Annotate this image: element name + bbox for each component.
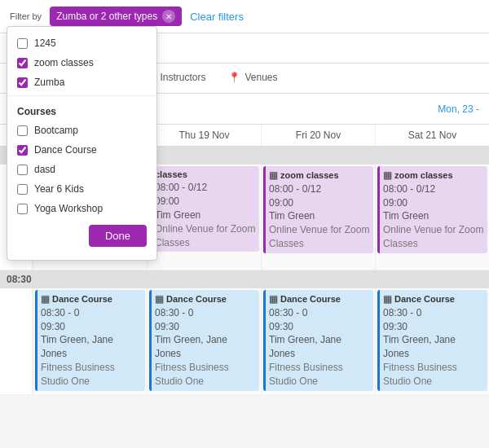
event-time: 08:30 - 0: [383, 306, 484, 320]
dropdown-label-year6kids: Year 6 Kids: [34, 183, 84, 195]
event-sat-0800-zoom[interactable]: ▦ zoom classes 08:00 - 0/12 09:00 Tim Gr…: [377, 166, 487, 253]
event-time2: 09:30: [383, 320, 484, 334]
day-cell-wed-0830: ▦ Dance Course 08:30 - 0 09:30 Tim Green…: [33, 288, 147, 395]
time-row-0830: ▦ Dance Course 08:30 - 0 09:30 Tim Green…: [0, 288, 489, 395]
clear-filters-link[interactable]: Clear filters: [190, 11, 244, 23]
event-title: Dance Course: [52, 293, 112, 305]
dropdown-label-dasd: dasd: [34, 164, 55, 175]
dance-icon: ▦: [269, 292, 278, 306]
event-venue: Online Venue for Zoom Classes: [269, 223, 370, 251]
checkbox-dance-course[interactable]: [17, 145, 28, 156]
courses-section-title: Courses: [7, 99, 156, 121]
checkbox-bootcamp[interactable]: [17, 125, 28, 136]
event-title: zoom classes: [280, 169, 339, 182]
checkbox-yoga-workshop[interactable]: [17, 204, 28, 214]
event-title: classes: [155, 169, 256, 181]
dropdown-label-zumba: Zumba: [34, 77, 64, 88]
event-thu-0830-dance[interactable]: ▦ Dance Course 08:30 - 0 09:30 Tim Green…: [149, 290, 259, 391]
day-cell-sat-0830: ▦ Dance Course 08:30 - 0 09:30 Tim Green…: [375, 288, 489, 395]
event-time: 08:00 - 0/12: [383, 182, 484, 196]
event-venue: Fitness Business Studio One: [41, 361, 142, 389]
mon-link[interactable]: Mon, 23 -: [438, 103, 479, 115]
event-instructor: Tim Green, Jane Jones: [155, 333, 256, 361]
day-cells-0830: ▦ Dance Course 08:30 - 0 09:30 Tim Green…: [33, 288, 489, 395]
dance-icon: ▦: [41, 292, 50, 306]
event-time: 08:30 - 0: [155, 306, 256, 320]
event-venue: Online Venue for Zoom Classes: [155, 222, 256, 250]
filter-badge[interactable]: Zumba or 2 other types ✕: [50, 7, 182, 26]
event-time2: 09:30: [269, 320, 370, 334]
event-time2: 09:00: [383, 196, 484, 210]
event-title: zoom classes: [394, 169, 453, 182]
day-cell-sat-0800: ▦ zoom classes 08:00 - 0/12 09:00 Tim Gr…: [375, 165, 489, 270]
checkbox-zumba[interactable]: [17, 77, 28, 88]
event-instructor: Tim Green: [269, 209, 370, 223]
instructors-tab-label: Instructors: [160, 72, 205, 83]
filter-badge-text: Zumba or 2 other types: [56, 11, 157, 22]
zoom-icon: ▦: [269, 169, 278, 182]
time-label-0830: [0, 288, 33, 395]
dropdown-item-dasd[interactable]: dasd: [7, 160, 156, 179]
event-wed-0830-dance[interactable]: ▦ Dance Course 08:30 - 0 09:30 Tim Green…: [35, 290, 145, 391]
event-time2: 09:30: [155, 320, 256, 334]
dropdown-item-yoga-workshop[interactable]: Yoga Workshop: [7, 199, 156, 218]
dropdown-item-dance-course[interactable]: Dance Course: [7, 140, 156, 160]
done-button[interactable]: Done: [89, 225, 147, 247]
dropdown-divider: [7, 95, 156, 96]
dropdown-item-zumba[interactable]: Zumba: [7, 72, 156, 92]
event-title: Dance Course: [394, 293, 455, 305]
event-time2: 09:00: [155, 195, 256, 209]
day-cell-fri-0830: ▦ Dance Course 08:30 - 0 09:30 Tim Green…: [261, 288, 375, 395]
dropdown-label-dance-course: Dance Course: [34, 144, 97, 156]
event-instructor: Tim Green: [383, 209, 484, 223]
event-title: Dance Course: [280, 293, 341, 305]
zoom-icon: ▦: [383, 169, 392, 182]
day-header-sat: Sat 21 Nov: [375, 125, 489, 146]
dropdown-item-1245[interactable]: 1245: [7, 33, 156, 53]
day-header-thu: Thu 19 Nov: [147, 125, 261, 146]
event-venue: Fitness Business Studio One: [383, 361, 484, 389]
time-section-0830: 08:30: [0, 270, 489, 288]
event-venue: Fitness Business Studio One: [269, 361, 370, 389]
dropdown-label-zoom-classes: zoom classes: [34, 57, 94, 68]
event-time2: 09:30: [41, 320, 142, 334]
dropdown-item-zoom-classes[interactable]: zoom classes: [7, 53, 156, 72]
day-cell-thu-0830: ▦ Dance Course 08:30 - 0 09:30 Tim Green…: [147, 288, 261, 395]
dropdown-item-year6kids[interactable]: Year 6 Kids: [7, 179, 156, 199]
event-fri-0830-dance[interactable]: ▦ Dance Course 08:30 - 0 09:30 Tim Green…: [263, 290, 373, 391]
day-cell-thu-0800: classes 08:00 - 0/12 09:00 Tim Green Onl…: [147, 165, 261, 270]
event-instructor: Tim Green, Jane Jones: [383, 333, 484, 361]
day-cell-fri-0800: ▦ zoom classes 08:00 - 0/12 09:00 Tim Gr…: [261, 165, 375, 270]
event-time: 08:00 - 0/12: [269, 182, 370, 196]
venues-tab-icon: 📍: [228, 72, 240, 83]
event-time: 08:30 - 0: [269, 306, 370, 320]
checkbox-zoom-classes[interactable]: [17, 58, 28, 68]
event-thu-0800-classes[interactable]: classes 08:00 - 0/12 09:00 Tim Green Onl…: [149, 166, 259, 252]
event-fri-0800-zoom[interactable]: ▦ zoom classes 08:00 - 0/12 09:00 Tim Gr…: [263, 166, 373, 253]
checkbox-dasd[interactable]: [17, 165, 28, 175]
day-header-fri: Fri 20 Nov: [261, 125, 375, 146]
dropdown-item-bootcamp[interactable]: Bootcamp: [7, 121, 156, 140]
event-instructor: Tim Green, Jane Jones: [269, 333, 370, 361]
dance-icon: ▦: [383, 292, 392, 306]
event-time: 08:00 - 0/12: [155, 181, 256, 195]
filter-dropdown: 1245 zoom classes Zumba Courses Bootcamp…: [7, 26, 157, 261]
event-time2: 09:00: [269, 196, 370, 210]
event-title: Dance Course: [166, 293, 227, 305]
dropdown-label-1245: 1245: [34, 37, 56, 49]
event-sat-0830-dance[interactable]: ▦ Dance Course 08:30 - 0 09:30 Tim Green…: [377, 290, 487, 391]
event-venue: Fitness Business Studio One: [155, 361, 256, 389]
venues-tab-label: Venues: [244, 72, 277, 83]
event-instructor: Tim Green: [155, 209, 256, 222]
dance-icon: ▦: [155, 292, 164, 306]
dropdown-label-bootcamp: Bootcamp: [34, 125, 78, 136]
tab-venues[interactable]: 📍 Venues: [217, 64, 289, 93]
dropdown-label-yoga-workshop: Yoga Workshop: [34, 203, 103, 214]
close-filter-icon[interactable]: ✕: [162, 10, 175, 23]
checkbox-1245[interactable]: [17, 38, 28, 49]
event-instructor: Tim Green, Jane Jones: [41, 333, 142, 361]
checkbox-year6kids[interactable]: [17, 184, 28, 195]
event-venue: Online Venue for Zoom Classes: [383, 223, 484, 251]
filter-label: Filter by: [10, 11, 42, 21]
event-time: 08:30 - 0: [41, 306, 142, 320]
